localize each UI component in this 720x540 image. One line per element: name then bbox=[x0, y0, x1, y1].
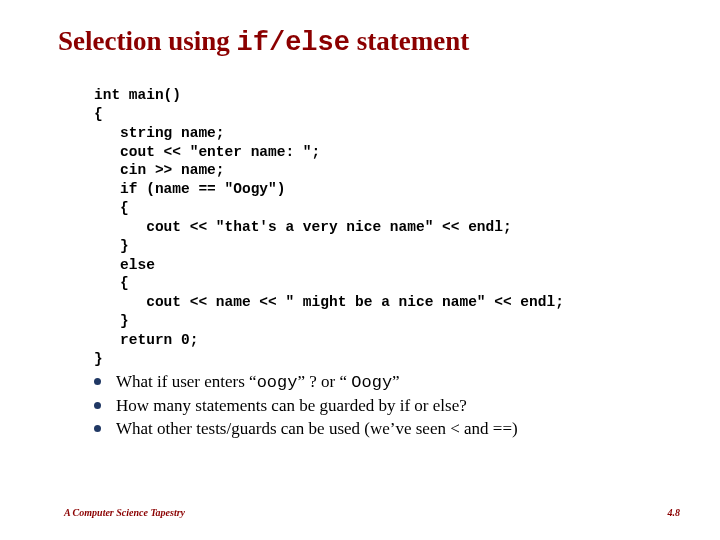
page-number: 4.8 bbox=[668, 507, 681, 518]
bullet-mono: Oogy bbox=[351, 373, 392, 392]
bullet-item: How many statements can be guarded by if… bbox=[94, 395, 680, 418]
bullet-item: What other tests/guards can be used (we’… bbox=[94, 418, 680, 441]
footer: A Computer Science Tapestry 4.8 bbox=[64, 507, 680, 518]
bullet-list: What if user enters “oogy” ? or “ Oogy” … bbox=[94, 371, 680, 441]
bullet-item: What if user enters “oogy” ? or “ Oogy” bbox=[94, 371, 680, 395]
bullet-mono: oogy bbox=[257, 373, 298, 392]
bullet-text: What if user enters “ bbox=[116, 372, 257, 391]
slide-title: Selection using if/else statement bbox=[58, 26, 680, 58]
footer-left: A Computer Science Tapestry bbox=[64, 507, 185, 518]
bullet-text: How many statements can be guarded by if… bbox=[116, 396, 467, 415]
title-code: if/else bbox=[237, 28, 350, 58]
code-block: int main() { string name; cout << "enter… bbox=[94, 86, 680, 369]
title-pre: Selection using bbox=[58, 26, 237, 56]
title-post: statement bbox=[350, 26, 469, 56]
bullet-text: ” ? or “ bbox=[297, 372, 351, 391]
bullet-text: ” bbox=[392, 372, 400, 391]
slide: Selection using if/else statement int ma… bbox=[0, 0, 720, 540]
bullet-text: What other tests/guards can be used (we’… bbox=[116, 419, 518, 438]
